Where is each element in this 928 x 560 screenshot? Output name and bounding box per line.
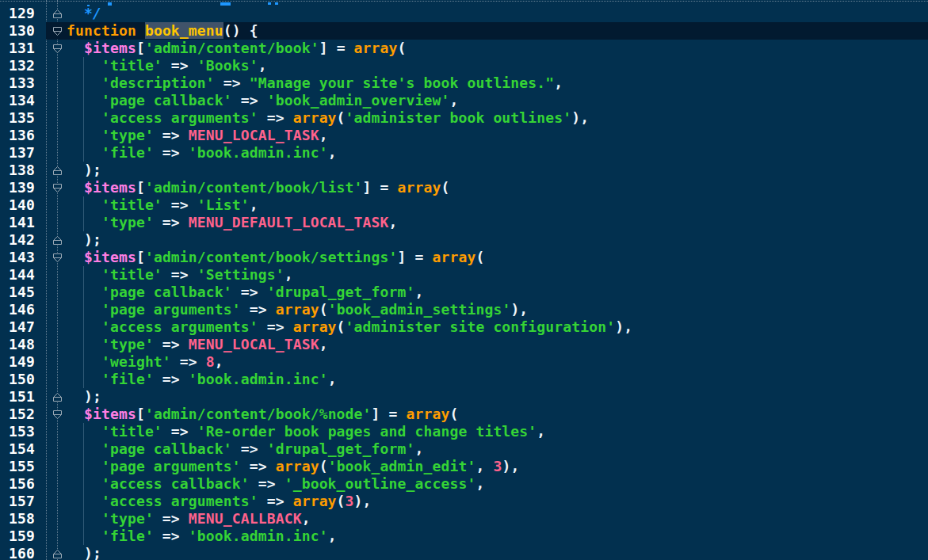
code-line[interactable]: 159 'file' => 'book.admin.inc',	[0, 528, 928, 545]
token-variable: $items	[84, 406, 136, 422]
code-line[interactable]: 160 );	[0, 545, 928, 560]
token-plain	[67, 406, 84, 422]
line-number: 130	[0, 22, 35, 40]
token-plain: ,	[328, 528, 337, 544]
fold-close-icon[interactable]	[52, 549, 63, 559]
fold-open-icon[interactable]	[52, 410, 63, 420]
code-line[interactable]: 150 'file' => 'book.admin.inc',	[0, 371, 928, 388]
line-number: 138	[0, 162, 35, 179]
token-plain: ,	[554, 74, 563, 91]
token-plain: );	[67, 388, 101, 405]
code-line[interactable]: 156 'access callback' => '_book_outline_…	[0, 475, 928, 493]
token-comment: */	[84, 5, 101, 21]
token-plain: ,	[475, 458, 493, 474]
token-string: 'book.admin.inc'	[189, 371, 328, 387]
code-line[interactable]: 154 'page callback' => 'drupal_get_form'…	[0, 440, 928, 458]
token-plain: =>	[171, 353, 206, 370]
token-plain: =>	[154, 214, 189, 230]
code-line[interactable]: 157 'access arguments' => array(3),	[0, 493, 928, 510]
token-string: 'drupal_get_form'	[267, 440, 415, 457]
token-string: 'Re-order book pages and change titles'	[197, 423, 537, 440]
token-plain: ),	[510, 301, 528, 318]
token-plain: ,	[319, 336, 328, 352]
line-number: 133	[0, 74, 35, 92]
code-line[interactable]: 149 'weight' => 8,	[0, 353, 928, 371]
token-plain	[67, 57, 101, 74]
token-number: 8	[206, 353, 215, 370]
code-text: 'title' => 'Settings',	[67, 266, 293, 284]
token-plain: (	[319, 301, 328, 318]
code-line[interactable]: 144 'title' => 'Settings',	[0, 266, 928, 284]
fold-open-icon[interactable]	[52, 44, 63, 54]
code-line[interactable]: 137 'file' => 'book.admin.inc',	[0, 144, 928, 162]
token-string: 'type'	[101, 510, 154, 527]
token-plain	[67, 440, 101, 457]
fold-open-icon[interactable]	[52, 253, 63, 263]
code-line[interactable]: 143 $items['admin/content/book/settings'…	[0, 249, 928, 266]
token-plain	[67, 458, 101, 474]
token-string: 'description'	[101, 74, 215, 91]
line-number: 151	[0, 388, 35, 406]
token-string: 'type'	[101, 127, 154, 143]
line-number: 155	[0, 458, 35, 475]
token-plain: ,	[285, 266, 293, 283]
token-string: 'title'	[101, 57, 162, 74]
code-editor[interactable]: 129 */130function book_menu() {131 $item…	[0, 0, 928, 560]
token-plain	[67, 528, 101, 544]
code-line[interactable]: 129 */	[0, 5, 928, 22]
fold-close-icon[interactable]	[52, 392, 63, 402]
code-line[interactable]: 151 );	[0, 388, 928, 406]
code-line[interactable]: 152 $items['admin/content/book/%node'] =…	[0, 406, 928, 423]
token-plain: =>	[241, 301, 276, 318]
token-plain: ,	[215, 353, 223, 370]
line-number: 135	[0, 109, 35, 127]
code-line[interactable]: 140 'title' => 'List',	[0, 196, 928, 214]
code-text: );	[67, 162, 101, 179]
token-plain	[67, 301, 101, 318]
code-line[interactable]: 132 'title' => 'Books',	[0, 57, 928, 74]
token-keyword: array	[432, 249, 475, 265]
token-string: 'page arguments'	[101, 301, 241, 318]
code-line[interactable]: 135 'access arguments' => array('adminis…	[0, 109, 928, 127]
code-text: 'page callback' => 'book_admin_overview'…	[67, 92, 458, 109]
token-plain: ,	[415, 440, 424, 457]
token-string: 'administer site configuration'	[346, 318, 616, 335]
code-line[interactable]: 131 $items['admin/content/book'] = array…	[0, 40, 928, 57]
code-line[interactable]: 133 'description' => "Manage your site's…	[0, 74, 928, 92]
code-line[interactable]: 139 $items['admin/content/book/list'] = …	[0, 179, 928, 196]
line-number: 134	[0, 92, 35, 109]
code-line[interactable]: 142 );	[0, 231, 928, 249]
fold-close-icon[interactable]	[52, 235, 63, 246]
code-line[interactable]: 147 'access arguments' => array('adminis…	[0, 318, 928, 336]
token-plain	[67, 127, 101, 143]
code-line[interactable]: 138 );	[0, 162, 928, 179]
token-keyword: array	[293, 493, 337, 509]
fold-close-icon[interactable]	[52, 166, 63, 176]
code-line[interactable]: 134 'page callback' => 'book_admin_overv…	[0, 92, 928, 109]
code-line[interactable]: 130function book_menu() {	[0, 22, 928, 40]
line-number: 152	[0, 406, 35, 423]
code-line[interactable]: 141 'type' => MENU_DEFAULT_LOCAL_TASK,	[0, 214, 928, 231]
token-string: 'book_admin_settings'	[328, 301, 511, 318]
code-line[interactable]: 145 'page callback' => 'drupal_get_form'…	[0, 284, 928, 301]
token-plain: =>	[232, 284, 267, 300]
token-string: 'page callback'	[101, 92, 232, 109]
code-line[interactable]: 146 'page arguments' => array('book_admi…	[0, 301, 928, 318]
line-number: 154	[0, 440, 35, 458]
code-line[interactable]: 153 'title' => 'Re-order book pages and …	[0, 423, 928, 440]
code-line[interactable]: 155 'page arguments' => array('book_admi…	[0, 458, 928, 475]
token-plain	[67, 196, 101, 213]
line-number: 153	[0, 423, 35, 440]
token-string: 'file'	[101, 144, 154, 161]
fold-open-icon[interactable]	[52, 26, 63, 36]
code-line[interactable]: 148 'type' => MENU_LOCAL_TASK,	[0, 336, 928, 353]
token-variable: $items	[84, 249, 136, 265]
token-plain	[67, 214, 101, 230]
line-number: 149	[0, 353, 35, 371]
fold-open-icon[interactable]	[52, 183, 63, 193]
token-plain: =>	[258, 318, 293, 335]
fold-close-icon[interactable]	[52, 9, 63, 19]
token-plain: ),	[502, 458, 519, 474]
code-line[interactable]: 158 'type' => MENU_CALLBACK,	[0, 510, 928, 528]
code-line[interactable]: 136 'type' => MENU_LOCAL_TASK,	[0, 127, 928, 144]
